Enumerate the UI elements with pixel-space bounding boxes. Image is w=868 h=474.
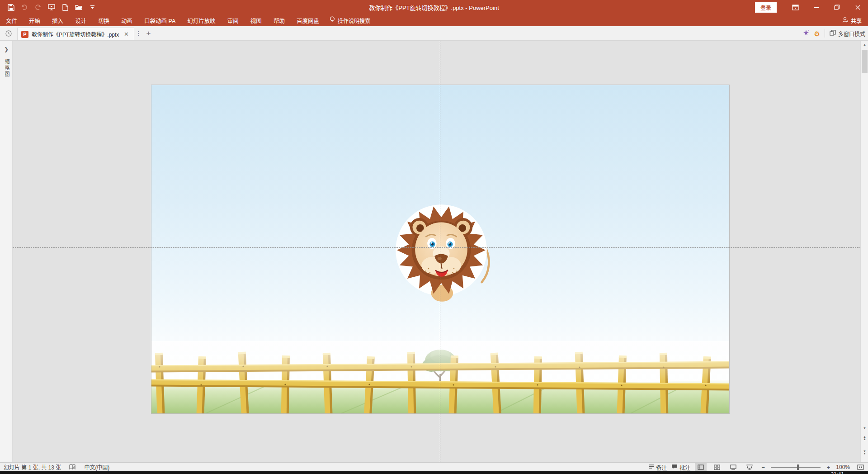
- document-tab-label: 教你制作《PPT旋转切换教程》.pptx: [32, 30, 119, 38]
- taskbar-clock-partial: 21:41: [831, 472, 844, 474]
- ribbon-display-options-icon[interactable]: [785, 0, 806, 14]
- window-title: 教你制作《PPT旋转切换教程》.pptx - PowerPoint: [369, 0, 499, 14]
- tab-menu-icon[interactable]: ⋮: [134, 29, 142, 38]
- tab-history-icon[interactable]: [3, 28, 14, 39]
- normal-view-button[interactable]: [695, 463, 707, 471]
- zoom-slider-track: [771, 467, 821, 468]
- divider: [825, 29, 825, 38]
- login-button[interactable]: 登录: [755, 2, 777, 13]
- tab-pocket-animation[interactable]: 口袋动画 PA: [138, 14, 181, 26]
- tab-design[interactable]: 设计: [69, 14, 92, 26]
- editing-canvas: ❯ 缩略图: [0, 41, 868, 462]
- zoom-slider[interactable]: [771, 463, 821, 471]
- slide-1[interactable]: [151, 85, 730, 414]
- zoom-slider-thumb[interactable]: [797, 465, 799, 470]
- status-right: 备注 批注 −: [648, 463, 866, 472]
- status-left: 幻灯片 第 1 张, 共 13 张 中文(中国): [0, 463, 109, 471]
- fit-to-window-icon[interactable]: [854, 463, 866, 471]
- tab-insert[interactable]: 插入: [46, 14, 69, 26]
- comments-button[interactable]: 批注: [671, 464, 690, 471]
- tell-me-search[interactable]: 操作说明搜索: [325, 16, 375, 24]
- document-tab-bar: P 教你制作《PPT旋转切换教程》.pptx ✕ ⋮ + ⚙ 多窗口模式: [0, 26, 868, 41]
- lion-image[interactable]: [391, 199, 492, 301]
- slideshow-view-button[interactable]: [744, 463, 755, 471]
- multi-window-label: 多窗口模式: [838, 30, 865, 38]
- comments-label: 批注: [679, 464, 690, 471]
- restore-button[interactable]: [826, 0, 847, 14]
- close-button[interactable]: [847, 0, 868, 14]
- scroll-up-icon[interactable]: ▲: [861, 41, 868, 48]
- magic-wand-icon[interactable]: [802, 29, 810, 38]
- redo-icon[interactable]: [33, 2, 43, 13]
- open-folder-icon[interactable]: [73, 2, 84, 13]
- minimize-button[interactable]: [806, 0, 826, 14]
- powerpoint-window: 教你制作《PPT旋转切换教程》.pptx - PowerPoint 登录 文件 …: [0, 0, 868, 474]
- horizontal-guide[interactable]: [13, 247, 861, 248]
- vertical-scrollbar[interactable]: ▲ ▼ ▲▲ ▼▼: [860, 41, 868, 462]
- tab-animations[interactable]: 动画: [115, 14, 138, 26]
- undo-icon[interactable]: [19, 2, 30, 13]
- tab-slideshow[interactable]: 幻灯片放映: [181, 14, 222, 26]
- next-slide-icon[interactable]: ▼▼: [861, 449, 868, 456]
- tab-baidu-netdisk[interactable]: 百度网盘: [291, 14, 325, 26]
- share-person-icon: [842, 17, 849, 24]
- slide-counter[interactable]: 幻灯片 第 1 张, 共 13 张: [4, 463, 61, 471]
- share-label: 共享: [851, 17, 862, 24]
- tab-help[interactable]: 帮助: [268, 14, 291, 26]
- language-indicator[interactable]: 中文(中国): [84, 463, 109, 471]
- notes-label: 备注: [656, 464, 667, 471]
- fence-and-grass-image: [151, 341, 730, 413]
- tab-home[interactable]: 开始: [23, 14, 46, 26]
- title-bar: 教你制作《PPT旋转切换教程》.pptx - PowerPoint 登录: [0, 0, 868, 14]
- new-file-icon[interactable]: [60, 2, 71, 13]
- scroll-down-icon[interactable]: ▼: [861, 424, 868, 431]
- tab-file[interactable]: 文件: [0, 14, 23, 26]
- new-tab-button[interactable]: +: [144, 29, 152, 38]
- slide-sorter-view-button[interactable]: [711, 463, 723, 471]
- tell-me-label: 操作说明搜索: [338, 17, 370, 24]
- quick-access-toolbar: [0, 2, 98, 13]
- tab-transitions[interactable]: 切换: [92, 14, 115, 26]
- gear-icon[interactable]: ⚙: [814, 30, 820, 37]
- comments-icon: [671, 464, 678, 471]
- save-icon[interactable]: [5, 2, 16, 13]
- notes-icon: [648, 464, 654, 470]
- customize-toolbar-icon[interactable]: [87, 2, 98, 13]
- start-slideshow-icon[interactable]: [46, 2, 57, 13]
- powerpoint-file-icon: P: [21, 31, 28, 38]
- taskbar-sliver: 21:41: [0, 471, 868, 474]
- share-button[interactable]: 共享: [842, 14, 862, 26]
- status-bar: 幻灯片 第 1 张, 共 13 张 中文(中国) 备注 批注: [0, 462, 868, 471]
- multi-window-icon: [830, 30, 836, 37]
- vertical-guide[interactable]: [440, 41, 440, 462]
- multi-window-mode-button[interactable]: 多窗口模式: [830, 30, 865, 38]
- window-controls: 登录: [755, 0, 868, 14]
- notes-button[interactable]: 备注: [648, 464, 667, 471]
- tabbar-tools: ⚙ 多窗口模式: [802, 26, 865, 41]
- zoom-in-button[interactable]: +: [825, 464, 831, 471]
- expand-pane-chevron-icon[interactable]: ❯: [0, 46, 13, 52]
- zoom-level[interactable]: 100%: [836, 464, 850, 470]
- ribbon-tab-bar: 文件 开始 插入 设计 切换 动画 口袋动画 PA 幻灯片放映 审阅 视图 帮助…: [0, 14, 868, 26]
- reading-view-button[interactable]: [727, 463, 739, 471]
- scrollbar-thumb[interactable]: [862, 50, 868, 73]
- zoom-out-button[interactable]: −: [760, 464, 766, 471]
- thumbnail-pane-collapsed[interactable]: ❯ 缩略图: [0, 41, 13, 462]
- tab-close-icon[interactable]: ✕: [122, 30, 130, 38]
- thumbnail-pane-label: 缩略图: [3, 59, 10, 78]
- tab-review[interactable]: 审阅: [222, 14, 245, 26]
- document-tab[interactable]: P 教你制作《PPT旋转切换教程》.pptx ✕: [17, 28, 134, 40]
- tab-view[interactable]: 视图: [245, 14, 268, 26]
- lightbulb-icon: [330, 16, 335, 24]
- previous-slide-icon[interactable]: ▲▲: [861, 434, 868, 441]
- spell-check-icon[interactable]: [69, 464, 76, 470]
